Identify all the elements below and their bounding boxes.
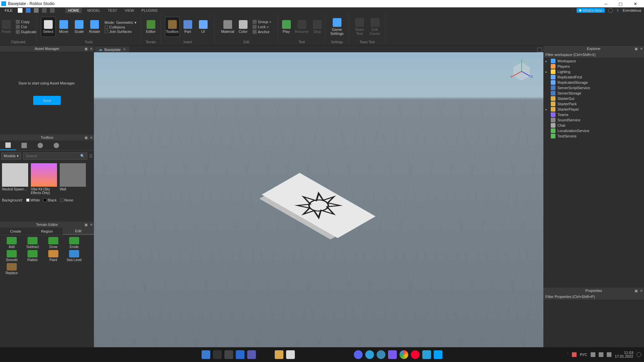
mode-dropdown[interactable]: Mode:Geometric▾ xyxy=(105,20,137,25)
qat-lookup-icon[interactable] xyxy=(26,8,31,13)
explorer-filter[interactable]: Filter workspace (Ctrl+Shift+X) xyxy=(543,52,644,58)
terrain-tool-erode[interactable]: Erode xyxy=(64,237,84,249)
widgets-icon[interactable] xyxy=(236,350,245,359)
tree-node[interactable]: ReplicatedStorage xyxy=(544,80,643,85)
obsidian-icon[interactable] xyxy=(388,350,397,359)
game-settings-button[interactable]: Game Settings xyxy=(330,17,344,37)
team-test-button[interactable]: Team Test xyxy=(352,17,367,37)
tree-node[interactable]: Players xyxy=(544,64,643,69)
bg-white[interactable]: White xyxy=(26,198,40,202)
exit-game-button[interactable]: Exit Game xyxy=(368,17,382,37)
close-icon[interactable]: ✕ xyxy=(90,47,93,50)
terrain-header[interactable]: Terrain Editor ▣✕ xyxy=(0,222,94,228)
expand-icon[interactable]: ▸ xyxy=(545,107,549,112)
ui-button[interactable]: UI xyxy=(196,17,211,37)
toolbox-header[interactable]: Toolbox ▣✕ xyxy=(0,134,94,140)
lang-indicator[interactable]: РУС xyxy=(580,353,587,357)
group-button[interactable]: Group ▾ xyxy=(251,19,273,24)
undock-icon[interactable]: ▣ xyxy=(85,47,88,50)
search-icon[interactable]: 🔍 xyxy=(80,154,85,158)
filter-icon[interactable]: ☰ xyxy=(89,154,93,158)
terrain-tab-edit[interactable]: Edit xyxy=(63,228,94,235)
close-icon[interactable]: ✕ xyxy=(90,136,93,139)
volume-icon[interactable] xyxy=(599,352,603,357)
ribbon-collapse-icon[interactable]: ˆ xyxy=(572,8,573,12)
tree-node[interactable]: SoundService xyxy=(544,117,643,123)
tab-recent[interactable] xyxy=(32,140,48,150)
close-icon[interactable]: ✕ xyxy=(640,289,643,292)
battery-icon[interactable] xyxy=(607,352,611,357)
undock-icon[interactable]: ▣ xyxy=(635,289,638,292)
undock-icon[interactable]: ▣ xyxy=(635,47,638,50)
terrain-tool-replace[interactable]: Replace xyxy=(2,263,21,275)
terrain-tool-smooth[interactable]: Smooth xyxy=(2,250,21,262)
discord-icon[interactable] xyxy=(354,350,363,359)
resume-button[interactable]: Resume xyxy=(294,17,309,37)
minimize-button[interactable]: ─ xyxy=(598,0,613,7)
material-button[interactable]: Material xyxy=(220,17,235,37)
tree-node[interactable]: ▸Workspace xyxy=(544,58,643,64)
terrain-editor-button[interactable]: Editor xyxy=(144,17,158,37)
menu-file[interactable]: FILE xyxy=(3,8,14,12)
store-icon[interactable] xyxy=(286,350,295,359)
rotate-button[interactable]: Rotate xyxy=(87,17,102,37)
tray-chevron-icon[interactable]: ˆ xyxy=(567,353,569,357)
tab-home[interactable]: HOME xyxy=(65,8,82,13)
terrain-tool-flatten[interactable]: Flatten xyxy=(23,250,42,262)
asset-item[interactable]: Vibe Kit (Sky Effects Only) xyxy=(31,163,57,195)
paste-button[interactable]: Paste xyxy=(0,17,14,37)
qat-save-icon[interactable] xyxy=(34,8,39,13)
tab-plugins[interactable]: PLUGINS xyxy=(140,8,160,12)
tab-inventory[interactable] xyxy=(16,140,32,150)
tree-node[interactable]: ServerScriptService xyxy=(544,85,643,90)
tab-view[interactable]: VIEW xyxy=(122,8,136,12)
asset-manager-header[interactable]: Asset Manager ▣✕ xyxy=(0,46,94,52)
anchor-button[interactable]: Anchor xyxy=(251,29,273,34)
terrain-tool-paint[interactable]: Paint xyxy=(44,250,63,262)
tree-node[interactable]: StarterGui xyxy=(544,96,643,101)
telegram-icon[interactable] xyxy=(365,350,374,359)
maximize-button[interactable]: ▢ xyxy=(613,0,628,7)
join-surfaces-toggle[interactable]: Join Surfaces xyxy=(105,29,137,34)
tab-model[interactable]: MODEL xyxy=(85,8,102,12)
scene-tab[interactable]: ☁ Baseplate ✕ xyxy=(95,47,129,52)
color-button[interactable]: Color xyxy=(236,17,251,37)
lock-button[interactable]: Lock ▾ xyxy=(251,24,273,29)
qat-new-icon[interactable] xyxy=(18,8,22,13)
move-button[interactable]: Move xyxy=(56,17,71,37)
weather-icon[interactable] xyxy=(572,352,577,357)
tree-node[interactable]: ServerStorage xyxy=(544,90,643,96)
fullscreen-icon[interactable] xyxy=(537,48,542,52)
duplicate-button[interactable]: Duplicate xyxy=(14,29,38,34)
explorer-header[interactable]: Explorer ▣✕ xyxy=(543,46,644,52)
category-dropdown[interactable]: Models▾ xyxy=(1,153,21,160)
qat-undo-icon[interactable] xyxy=(42,8,47,13)
scale-button[interactable]: Scale xyxy=(72,17,87,37)
expand-icon[interactable]: ▸ xyxy=(545,59,549,63)
tree-node[interactable]: StarterPack xyxy=(544,101,643,107)
taskview-icon[interactable] xyxy=(224,350,233,359)
roblox-studio-icon[interactable] xyxy=(434,350,442,359)
wifi-icon[interactable] xyxy=(591,352,595,357)
asset-item[interactable]: Neutral Spawn… xyxy=(2,163,28,195)
close-tab-icon[interactable]: ✕ xyxy=(123,47,126,52)
search-field[interactable] xyxy=(25,154,80,158)
toolbox-search-input[interactable]: 🔍 xyxy=(23,153,87,160)
share-icon[interactable]: ⇪ xyxy=(616,8,619,13)
tree-node[interactable]: Teams xyxy=(544,112,643,117)
close-icon[interactable]: ✕ xyxy=(90,223,93,226)
qbit-icon[interactable] xyxy=(377,350,385,359)
tab-creations[interactable] xyxy=(48,140,64,150)
properties-header[interactable]: Properties ▣✕ xyxy=(543,288,644,294)
chrome-icon[interactable] xyxy=(399,350,408,359)
terrain-tool-subtract[interactable]: Subtract xyxy=(23,237,42,249)
start-icon[interactable] xyxy=(202,350,210,359)
tree-node[interactable]: ReplicatedFirst xyxy=(544,74,643,80)
select-button[interactable]: Select xyxy=(41,17,56,37)
help-icon[interactable] xyxy=(608,8,613,13)
stop-button[interactable]: Stop xyxy=(310,17,325,37)
explorer-icon[interactable] xyxy=(275,350,283,359)
close-button[interactable]: ✕ xyxy=(628,0,643,7)
undock-icon[interactable]: ▣ xyxy=(85,223,88,226)
toolbox-button[interactable]: Toolbox xyxy=(165,17,180,37)
